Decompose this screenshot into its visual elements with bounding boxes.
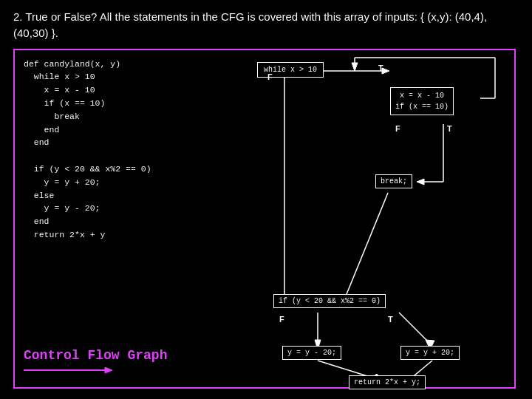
svg-marker-1 <box>105 367 112 373</box>
svg-marker-14 <box>352 63 358 71</box>
svg-marker-9 <box>417 179 424 185</box>
node-xeq: x = x - 10if (x == 10) <box>390 87 454 115</box>
node-return: return 2*x + y; <box>349 375 426 389</box>
label-t-xeq: T <box>447 124 452 133</box>
question-number: 2. <box>13 10 23 23</box>
svg-line-15 <box>344 193 388 301</box>
label-f-xeq: F <box>395 124 400 133</box>
cfg-arrow-svg <box>24 364 112 377</box>
node-yplus: y = y + 20; <box>400 346 460 360</box>
svg-line-19 <box>399 313 429 342</box>
label-t-if2: T <box>388 315 393 324</box>
label-t-while: T <box>378 64 383 72</box>
graph-svg <box>229 50 514 387</box>
question-body: True or False? All the statements in the… <box>13 10 487 39</box>
code-block: def candyland(x, y) while x > 10 x = x -… <box>24 58 220 242</box>
node-yminus: y = y - 20; <box>282 346 341 360</box>
main-box: def candyland(x, y) while x > 10 x = x -… <box>13 49 516 389</box>
page-container: 2. True or False? All the statements in … <box>0 0 532 399</box>
graph-panel: while x > 10 T F x = x - 10if (x == 10) … <box>229 50 514 387</box>
label-f-while: F <box>267 72 273 81</box>
node-if2: if (y < 20 && x%2 == 0) <box>273 294 386 308</box>
label-f-if2: F <box>279 315 284 324</box>
node-break: break; <box>375 174 412 188</box>
question-text: 2. True or False? All the statements in … <box>13 9 519 41</box>
code-panel: def candyland(x, y) while x > 10 x = x -… <box>15 50 229 387</box>
